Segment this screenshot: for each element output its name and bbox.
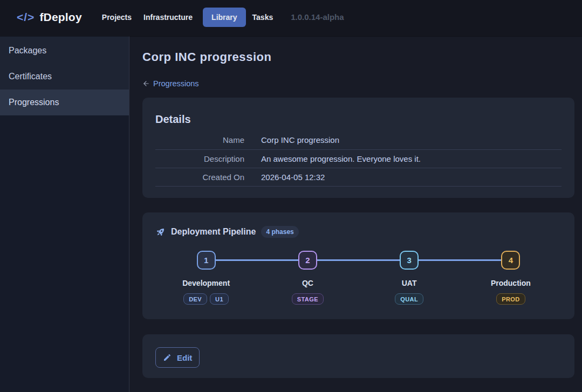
- step-number-box: 4: [501, 251, 520, 270]
- step-number-box: 3: [400, 251, 419, 270]
- app-logo[interactable]: </> fDeploy: [17, 11, 82, 24]
- nav-item-tasks[interactable]: Tasks: [247, 8, 279, 27]
- version-label: 1.0.0.14-alpha: [291, 12, 344, 22]
- main-nav: ProjectsInfrastructureLibraryTasks: [96, 8, 279, 27]
- pipeline-steps: 1DevelopmentDEVU12QCSTAGE3UATQUAL4Produc…: [155, 251, 562, 305]
- step-tags: DEVU1: [183, 293, 229, 305]
- sidebar: PackagesCertificatesProgressions: [0, 36, 129, 392]
- environment-tag: STAGE: [292, 293, 324, 305]
- nav-item-projects[interactable]: Projects: [96, 8, 138, 27]
- step-number-box: 1: [197, 251, 216, 270]
- pipeline-header: Deployment Pipeline 4 phases: [155, 226, 562, 238]
- arrow-left-icon: [142, 80, 150, 87]
- details-row-value: An awesome progression. Everyone loves i…: [261, 149, 562, 168]
- step-tags: STAGE: [292, 293, 324, 305]
- pipeline-step-uat: 3UATQUAL: [359, 251, 460, 305]
- step-tags: QUAL: [395, 293, 423, 305]
- nav-item-library[interactable]: Library: [203, 8, 245, 27]
- nav-item-infrastructure[interactable]: Infrastructure: [138, 8, 198, 27]
- pipeline-card: Deployment Pipeline 4 phases 1Developmen…: [142, 212, 574, 319]
- top-navbar: </> fDeploy ProjectsInfrastructureLibrar…: [0, 0, 582, 36]
- edit-button-label: Edit: [177, 353, 192, 362]
- step-name: Production: [491, 278, 531, 288]
- pipeline-heading: Deployment Pipeline: [171, 227, 256, 237]
- app-name: fDeploy: [39, 11, 81, 24]
- details-heading: Details: [155, 113, 562, 126]
- step-name: Development: [182, 278, 230, 288]
- details-row-label: Name: [155, 131, 261, 149]
- sidebar-item-certificates[interactable]: Certificates: [0, 64, 129, 90]
- back-to-progressions-link[interactable]: Progressions: [142, 78, 199, 89]
- details-row: Created On2026-04-05 12:32: [155, 168, 562, 186]
- step-tags: PROD: [496, 293, 525, 305]
- pipeline-step-development: 1DevelopmentDEVU1: [155, 251, 257, 305]
- environment-tag: DEV: [183, 293, 207, 305]
- details-row-value: Corp INC progression: [261, 131, 562, 149]
- sidebar-item-packages[interactable]: Packages: [0, 38, 129, 64]
- pipeline-step-qc: 2QCSTAGE: [257, 251, 358, 305]
- page-title: Corp INC progression: [142, 50, 574, 65]
- main-content: Corp INC progression Progressions Detail…: [129, 36, 582, 392]
- pipeline-step-production: 4ProductionPROD: [460, 251, 562, 305]
- edit-button[interactable]: Edit: [155, 347, 200, 368]
- step-name: QC: [302, 278, 313, 288]
- pencil-icon: [163, 353, 172, 362]
- details-row: DescriptionAn awesome progression. Every…: [155, 149, 562, 168]
- code-brackets-icon: </>: [17, 11, 35, 24]
- details-table: NameCorp INC progressionDescriptionAn aw…: [155, 131, 562, 187]
- environment-tag: U1: [210, 293, 229, 305]
- details-row-label: Description: [155, 149, 261, 168]
- sidebar-item-progressions[interactable]: Progressions: [0, 90, 129, 115]
- step-name: UAT: [402, 278, 417, 288]
- back-link-label: Progressions: [153, 79, 199, 88]
- step-number-box: 2: [298, 251, 317, 270]
- details-row: NameCorp INC progression: [155, 131, 562, 149]
- details-row-label: Created On: [155, 168, 261, 186]
- actions-card: Edit: [142, 334, 574, 378]
- environment-tag: QUAL: [395, 293, 423, 305]
- environment-tag: PROD: [496, 293, 525, 305]
- details-row-value: 2026-04-05 12:32: [261, 168, 562, 186]
- rocket-icon: [155, 227, 166, 237]
- sidebar-menu: PackagesCertificatesProgressions: [0, 36, 129, 115]
- phase-count-badge: 4 phases: [261, 226, 298, 238]
- details-card: Details NameCorp INC progressionDescript…: [142, 98, 574, 198]
